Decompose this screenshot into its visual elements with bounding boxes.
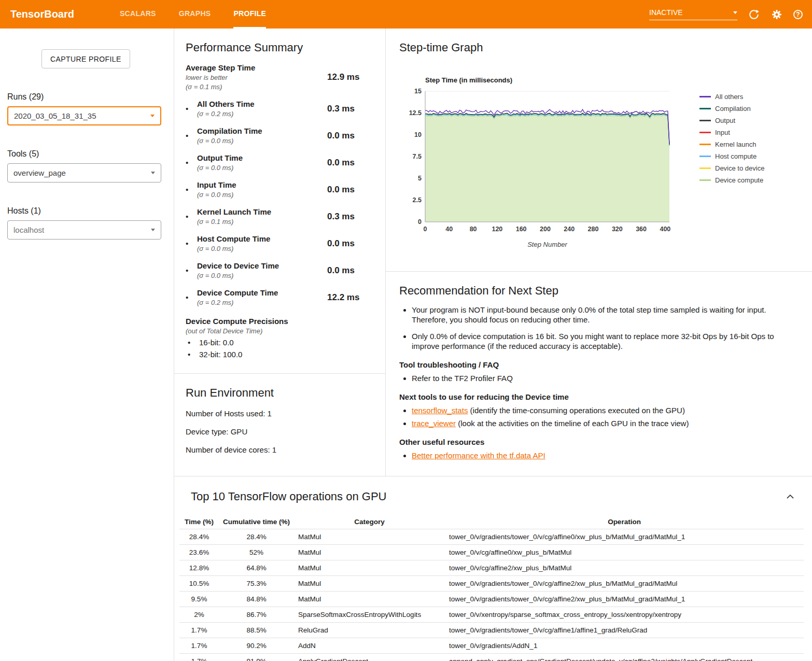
svg-text:80: 80 bbox=[470, 226, 477, 233]
cell-cumulative: 90.2% bbox=[219, 638, 294, 654]
perf-summary-item: All Others Time (σ = 0.2 ms) 0.3 ms bbox=[186, 100, 366, 118]
bullet-icon bbox=[186, 185, 197, 194]
perf-summary-item: Host Compute Time (σ = 0.0 ms) 0.0 ms bbox=[186, 234, 366, 252]
bullet-icon bbox=[186, 239, 197, 248]
hosts-select-value: localhost bbox=[13, 226, 44, 234]
recommendation-panel: Recommendation for Next Step Your progra… bbox=[386, 272, 812, 476]
chart-title: Step Time (in milliseconds) bbox=[425, 76, 695, 84]
chevron-up-icon[interactable] bbox=[784, 490, 796, 503]
legend-label: Kernel launch bbox=[715, 140, 757, 148]
cell-cumulative: 88.5% bbox=[219, 623, 294, 638]
capture-profile-button[interactable]: CAPTURE PROFILE bbox=[41, 49, 130, 68]
table-row: 28.4% 28.4% MatMul tower_0/v/gradients/t… bbox=[179, 529, 804, 545]
cell-operation: tower_0/v/cg/affine0/xw_plus_b/MatMul bbox=[445, 545, 804, 560]
legend-swatch bbox=[699, 132, 711, 133]
table-row: 9.5% 84.8% MatMul tower_0/v/gradients/to… bbox=[179, 592, 804, 607]
legend-item: Host compute bbox=[699, 152, 764, 160]
run-environment-lines: Number of Hosts used: 1 Device type: GPU… bbox=[186, 409, 374, 454]
tab-scalars[interactable]: SCALARS bbox=[120, 0, 156, 29]
step-time-graph-title: Step-time Graph bbox=[399, 41, 812, 54]
hosts-label: Hosts (1) bbox=[7, 206, 174, 216]
tool-item: tensorflow_stats (identify the time-cons… bbox=[412, 405, 794, 415]
legend-item: Kernel launch bbox=[699, 140, 764, 148]
average-step-time-row: Average Step Time lower is better (σ = 0… bbox=[186, 63, 366, 91]
cell-time: 10.5% bbox=[179, 576, 219, 592]
perf-item-label: Compilation Time bbox=[197, 126, 327, 135]
col-header-cumulative: Cumulative time (%) bbox=[219, 515, 294, 529]
cell-operation: tower_0/v/gradients/tower_0/v/cg/affine2… bbox=[445, 592, 804, 607]
bullet-icon bbox=[186, 104, 197, 114]
legend-swatch bbox=[699, 144, 711, 145]
perf-item-sigma: (σ = 0.0 ms) bbox=[197, 272, 327, 279]
legend-item: Input bbox=[699, 129, 764, 136]
resource-link[interactable]: Better performance with the tf.data API bbox=[412, 451, 545, 460]
faq-bullet: Refer to the TF2 Profiler FAQ bbox=[412, 373, 794, 383]
perf-item-label: Average Step Time bbox=[186, 63, 327, 72]
bullet-icon bbox=[186, 158, 197, 167]
main-content: Performance Summary Average Step Time lo… bbox=[174, 29, 812, 661]
table-header-row: Time (%) Cumulative time (%) Category Op… bbox=[179, 515, 804, 529]
perf-item-sigma: (σ = 0.2 ms) bbox=[197, 299, 327, 306]
perf-summary-item: Device Compute Time (σ = 0.2 ms) 12.2 ms bbox=[186, 288, 366, 306]
col-header-time: Time (%) bbox=[179, 515, 219, 529]
chevron-down-icon bbox=[151, 172, 155, 174]
hosts-select[interactable]: localhost bbox=[7, 220, 161, 240]
perf-items: All Others Time (σ = 0.2 ms) 0.3 ms Comp… bbox=[186, 100, 366, 306]
svg-text:0: 0 bbox=[424, 226, 427, 233]
svg-text:2.5: 2.5 bbox=[413, 196, 422, 204]
status-value: INACTIVE bbox=[649, 8, 683, 17]
bullet-icon bbox=[186, 293, 197, 302]
legend-label: Compilation bbox=[715, 105, 751, 112]
cell-time: 1.7% bbox=[179, 623, 219, 638]
resource-item: Better performance with the tf.data API bbox=[412, 451, 794, 460]
cell-time: 23.6% bbox=[179, 545, 219, 560]
svg-text:200: 200 bbox=[540, 226, 551, 233]
tool-link[interactable]: tensorflow_stats bbox=[412, 406, 468, 415]
svg-text:360: 360 bbox=[636, 226, 647, 233]
svg-text:120: 120 bbox=[492, 226, 502, 233]
cell-operation: tower_0/v/gradients/tower_0/v/cg/affine0… bbox=[445, 529, 804, 545]
perf-summary-item: Output Time (σ = 0.0 ms) 0.0 ms bbox=[186, 153, 366, 172]
cell-cumulative: 84.8% bbox=[219, 592, 294, 607]
table-row: 1.7% 90.2% AddN tower_0/v/gradients/AddN… bbox=[179, 638, 804, 654]
tab-graphs[interactable]: GRAPHS bbox=[179, 0, 211, 29]
faq-list: Refer to the TF2 Profiler FAQ bbox=[399, 373, 794, 383]
recommendation-bullets: Your program is NOT input-bound because … bbox=[399, 305, 794, 351]
table-row: 1.7% 91.9% ApplyGradientDescent append_a… bbox=[179, 654, 804, 661]
cell-category: ApplyGradientDescent bbox=[294, 654, 445, 661]
tool-description: (identify the time-consuming operations … bbox=[468, 406, 685, 415]
cell-operation: tower_0/v/gradients/tower_0/v/cg/affine1… bbox=[445, 623, 804, 638]
performance-summary-panel: Performance Summary Average Step Time lo… bbox=[174, 29, 385, 374]
legend-swatch bbox=[699, 108, 711, 109]
perf-summary-item: Input Time (σ = 0.0 ms) 0.0 ms bbox=[186, 180, 366, 199]
top-ops-panel: Top 10 TensorFlow operations on GPU Time… bbox=[174, 476, 812, 661]
tools-select[interactable]: overview_page bbox=[7, 163, 161, 182]
help-icon[interactable]: ? bbox=[793, 10, 803, 19]
svg-text:12.5: 12.5 bbox=[409, 109, 422, 117]
settings-gear-icon[interactable] bbox=[771, 8, 783, 21]
runs-select[interactable]: 2020_03_05_18_31_35 bbox=[7, 106, 161, 125]
recommendation-title: Recommendation for Next Step bbox=[399, 284, 794, 298]
svg-text:5: 5 bbox=[418, 175, 422, 182]
perf-item-value: 0.0 ms bbox=[327, 265, 366, 276]
cell-operation: tower_0/v/gradients/AddN_1 bbox=[445, 638, 804, 654]
status-select[interactable]: INACTIVE bbox=[649, 8, 737, 20]
header-actions: INACTIVE bbox=[649, 0, 803, 29]
nav-tabs: SCALARS GRAPHS PROFILE bbox=[108, 0, 277, 29]
faq-heading: Tool troubleshooting / FAQ bbox=[399, 360, 794, 369]
cell-category: MatMul bbox=[294, 545, 445, 560]
cell-category: AddN bbox=[294, 638, 445, 654]
svg-text:15: 15 bbox=[414, 88, 422, 95]
legend-swatch bbox=[699, 179, 711, 181]
svg-text:240: 240 bbox=[564, 226, 575, 233]
runs-label: Runs (29) bbox=[7, 92, 174, 102]
legend-item: Compilation bbox=[699, 105, 764, 112]
perf-item-note: lower is better bbox=[186, 74, 327, 81]
run-environment-line: Device type: GPU bbox=[186, 427, 374, 436]
perf-item-value: 0.0 ms bbox=[327, 158, 366, 168]
legend-swatch bbox=[699, 96, 711, 97]
tab-profile[interactable]: PROFILE bbox=[233, 0, 266, 29]
col-header-operation: Operation bbox=[445, 515, 804, 529]
tool-link[interactable]: trace_viewer bbox=[412, 419, 456, 428]
refresh-icon[interactable] bbox=[748, 8, 760, 21]
